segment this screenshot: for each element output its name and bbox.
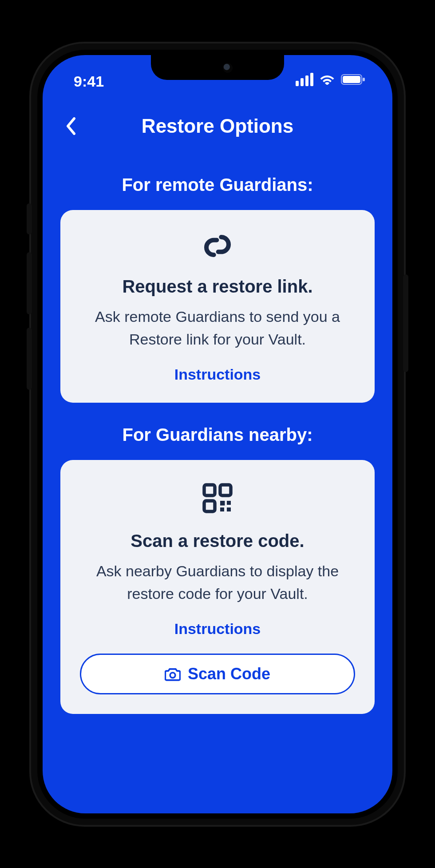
status-right-cluster — [296, 73, 366, 86]
section-label-remote: For remote Guardians: — [60, 175, 375, 195]
phone-camera — [223, 63, 233, 73]
phone-side-button — [27, 252, 32, 314]
svg-rect-5 — [204, 501, 215, 511]
chevron-left-icon — [65, 117, 77, 135]
nav-bar: Restore Options — [43, 104, 392, 148]
svg-rect-2 — [363, 78, 365, 81]
link-icon — [200, 232, 235, 262]
phone-frame: 9:41 — [31, 44, 404, 825]
svg-rect-6 — [220, 501, 225, 506]
camera-icon — [165, 667, 181, 681]
svg-rect-1 — [343, 76, 360, 83]
scan-code-button[interactable]: Scan Code — [80, 654, 355, 694]
phone-side-button — [403, 274, 408, 372]
svg-rect-7 — [227, 501, 231, 505]
svg-rect-9 — [227, 507, 231, 511]
instructions-link-nearby[interactable]: Instructions — [174, 620, 261, 638]
page-title: Restore Options — [142, 115, 293, 137]
card-body: Ask remote Guardians to send you a Resto… — [80, 305, 355, 351]
phone-notch — [151, 55, 284, 80]
instructions-link-remote[interactable]: Instructions — [174, 366, 261, 383]
scan-code-button-label: Scan Code — [188, 665, 270, 683]
wifi-icon — [320, 74, 335, 85]
phone-screen: 9:41 — [43, 55, 392, 813]
svg-rect-3 — [204, 485, 215, 495]
card-title: Scan a restore code. — [130, 531, 304, 551]
status-time: 9:41 — [74, 73, 104, 90]
content-area: For remote Guardians: Request a restore … — [43, 148, 392, 741]
svg-rect-8 — [220, 507, 224, 511]
card-body: Ask nearby Guardians to display the rest… — [80, 560, 355, 605]
phone-side-button — [27, 203, 32, 234]
qr-code-icon — [202, 482, 233, 516]
card-title: Request a restore link. — [122, 277, 312, 297]
phone-side-button — [27, 328, 32, 390]
cellular-signal-icon — [296, 73, 313, 86]
section-label-nearby: For Guardians nearby: — [60, 425, 375, 445]
back-button[interactable] — [60, 115, 82, 137]
card-restore-link: Request a restore link. Ask remote Guard… — [60, 210, 375, 403]
svg-point-10 — [170, 672, 175, 678]
battery-icon — [341, 74, 366, 85]
card-scan-code: Scan a restore code. Ask nearby Guardian… — [60, 460, 375, 714]
page-stage: 9:41 — [0, 0, 435, 868]
svg-rect-4 — [220, 485, 231, 495]
